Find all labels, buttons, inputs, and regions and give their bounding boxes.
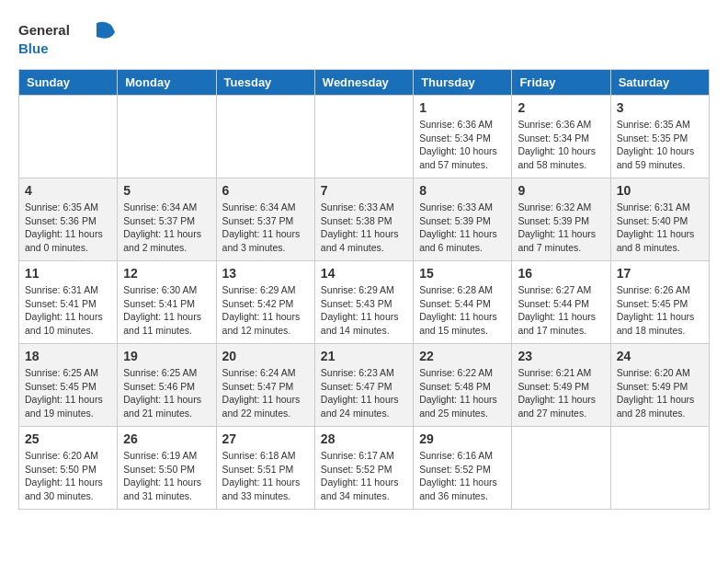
day-number: 15: [419, 266, 506, 281]
week-row-1: 1Sunrise: 6:36 AMSunset: 5:34 PMDaylight…: [19, 96, 710, 178]
weekday-header-monday: Monday: [118, 70, 216, 96]
weekday-header-wednesday: Wednesday: [314, 70, 413, 96]
day-number: 13: [222, 266, 309, 281]
day-info: Sunrise: 6:26 AMSunset: 5:45 PMDaylight:…: [617, 283, 703, 338]
day-info: Sunrise: 6:18 AMSunset: 5:51 PMDaylight:…: [222, 449, 309, 503]
day-info: Sunrise: 6:23 AMSunset: 5:47 PMDaylight:…: [321, 366, 407, 420]
day-number: 24: [617, 349, 703, 363]
logo-svg: General Blue: [18, 18, 119, 60]
day-info: Sunrise: 6:20 AMSunset: 5:49 PMDaylight:…: [617, 366, 703, 420]
calendar-cell: 11Sunrise: 6:31 AMSunset: 5:41 PMDayligh…: [19, 261, 118, 344]
day-number: 28: [321, 431, 407, 446]
day-number: 18: [25, 349, 111, 363]
day-number: 27: [222, 431, 309, 446]
day-number: 7: [321, 183, 407, 198]
day-info: Sunrise: 6:24 AMSunset: 5:47 PMDaylight:…: [222, 366, 309, 420]
day-number: 9: [518, 183, 604, 198]
day-info: Sunrise: 6:34 AMSunset: 5:37 PMDaylight:…: [222, 201, 309, 255]
calendar-cell: 15Sunrise: 6:28 AMSunset: 5:44 PMDayligh…: [414, 261, 512, 344]
calendar-cell: 27Sunrise: 6:18 AMSunset: 5:51 PMDayligh…: [216, 427, 314, 510]
day-info: Sunrise: 6:28 AMSunset: 5:44 PMDaylight:…: [419, 283, 506, 338]
day-number: 22: [419, 349, 506, 363]
weekday-header-tuesday: Tuesday: [216, 70, 314, 96]
day-info: Sunrise: 6:35 AMSunset: 5:35 PMDaylight:…: [617, 118, 703, 172]
day-info: Sunrise: 6:36 AMSunset: 5:34 PMDaylight:…: [419, 118, 506, 172]
calendar: SundayMondayTuesdayWednesdayThursdayFrid…: [18, 69, 710, 510]
calendar-cell: 16Sunrise: 6:27 AMSunset: 5:44 PMDayligh…: [512, 261, 610, 344]
day-info: Sunrise: 6:29 AMSunset: 5:42 PMDaylight:…: [222, 283, 309, 338]
day-number: 25: [25, 431, 111, 446]
calendar-cell: 4Sunrise: 6:35 AMSunset: 5:36 PMDaylight…: [19, 178, 118, 261]
calendar-cell: 6Sunrise: 6:34 AMSunset: 5:37 PMDaylight…: [216, 178, 314, 261]
weekday-header-saturday: Saturday: [610, 70, 709, 96]
calendar-cell: 2Sunrise: 6:36 AMSunset: 5:34 PMDaylight…: [512, 96, 610, 178]
week-row-5: 25Sunrise: 6:20 AMSunset: 5:50 PMDayligh…: [19, 427, 710, 510]
calendar-cell: 14Sunrise: 6:29 AMSunset: 5:43 PMDayligh…: [314, 261, 413, 344]
day-info: Sunrise: 6:32 AMSunset: 5:39 PMDaylight:…: [518, 201, 604, 255]
calendar-cell: 1Sunrise: 6:36 AMSunset: 5:34 PMDaylight…: [414, 96, 512, 178]
week-row-3: 11Sunrise: 6:31 AMSunset: 5:41 PMDayligh…: [19, 261, 710, 344]
week-row-4: 18Sunrise: 6:25 AMSunset: 5:45 PMDayligh…: [19, 344, 710, 427]
day-number: 16: [518, 266, 604, 281]
day-number: 29: [419, 431, 506, 446]
calendar-cell: [19, 96, 118, 178]
logo: General Blue: [18, 18, 119, 60]
day-number: 20: [222, 349, 309, 363]
day-number: 5: [123, 183, 210, 198]
calendar-cell: 25Sunrise: 6:20 AMSunset: 5:50 PMDayligh…: [19, 427, 118, 510]
day-number: 26: [123, 431, 210, 446]
weekday-header-thursday: Thursday: [414, 70, 512, 96]
svg-text:General: General: [18, 22, 70, 38]
calendar-cell: 18Sunrise: 6:25 AMSunset: 5:45 PMDayligh…: [19, 344, 118, 427]
week-row-2: 4Sunrise: 6:35 AMSunset: 5:36 PMDaylight…: [19, 178, 710, 261]
day-info: Sunrise: 6:27 AMSunset: 5:44 PMDaylight:…: [518, 283, 604, 338]
calendar-cell: [610, 427, 709, 510]
header: General Blue: [18, 18, 710, 60]
day-info: Sunrise: 6:25 AMSunset: 5:46 PMDaylight:…: [123, 366, 210, 420]
calendar-cell: 19Sunrise: 6:25 AMSunset: 5:46 PMDayligh…: [118, 344, 216, 427]
calendar-cell: [314, 96, 413, 178]
calendar-cell: [216, 96, 314, 178]
weekday-header-sunday: Sunday: [19, 70, 118, 96]
calendar-cell: 3Sunrise: 6:35 AMSunset: 5:35 PMDaylight…: [610, 96, 709, 178]
calendar-cell: 5Sunrise: 6:34 AMSunset: 5:37 PMDaylight…: [118, 178, 216, 261]
calendar-cell: 24Sunrise: 6:20 AMSunset: 5:49 PMDayligh…: [610, 344, 709, 427]
calendar-cell: 23Sunrise: 6:21 AMSunset: 5:49 PMDayligh…: [512, 344, 610, 427]
day-info: Sunrise: 6:36 AMSunset: 5:34 PMDaylight:…: [518, 118, 604, 172]
day-number: 19: [123, 349, 210, 363]
day-info: Sunrise: 6:33 AMSunset: 5:38 PMDaylight:…: [321, 201, 407, 255]
day-number: 8: [419, 183, 506, 198]
day-number: 14: [321, 266, 407, 281]
day-info: Sunrise: 6:22 AMSunset: 5:48 PMDaylight:…: [419, 366, 506, 420]
day-info: Sunrise: 6:20 AMSunset: 5:50 PMDaylight:…: [25, 449, 111, 503]
calendar-cell: 21Sunrise: 6:23 AMSunset: 5:47 PMDayligh…: [314, 344, 413, 427]
day-number: 2: [518, 100, 604, 115]
day-number: 21: [321, 349, 407, 363]
calendar-cell: 8Sunrise: 6:33 AMSunset: 5:39 PMDaylight…: [414, 178, 512, 261]
day-info: Sunrise: 6:17 AMSunset: 5:52 PMDaylight:…: [321, 449, 407, 503]
weekday-header-row: SundayMondayTuesdayWednesdayThursdayFrid…: [19, 70, 710, 96]
day-number: 17: [617, 266, 703, 281]
day-info: Sunrise: 6:16 AMSunset: 5:52 PMDaylight:…: [419, 449, 506, 503]
calendar-cell: 9Sunrise: 6:32 AMSunset: 5:39 PMDaylight…: [512, 178, 610, 261]
calendar-cell: 10Sunrise: 6:31 AMSunset: 5:40 PMDayligh…: [610, 178, 709, 261]
weekday-header-friday: Friday: [512, 70, 610, 96]
calendar-cell: 13Sunrise: 6:29 AMSunset: 5:42 PMDayligh…: [216, 261, 314, 344]
day-info: Sunrise: 6:35 AMSunset: 5:36 PMDaylight:…: [25, 201, 111, 255]
day-info: Sunrise: 6:21 AMSunset: 5:49 PMDaylight:…: [518, 366, 604, 420]
day-info: Sunrise: 6:25 AMSunset: 5:45 PMDaylight:…: [25, 366, 111, 420]
day-number: 12: [123, 266, 210, 281]
calendar-cell: 17Sunrise: 6:26 AMSunset: 5:45 PMDayligh…: [610, 261, 709, 344]
calendar-cell: 12Sunrise: 6:30 AMSunset: 5:41 PMDayligh…: [118, 261, 216, 344]
calendar-cell: 29Sunrise: 6:16 AMSunset: 5:52 PMDayligh…: [414, 427, 512, 510]
calendar-cell: [512, 427, 610, 510]
day-number: 6: [222, 183, 309, 198]
day-info: Sunrise: 6:31 AMSunset: 5:40 PMDaylight:…: [617, 201, 703, 255]
calendar-cell: 20Sunrise: 6:24 AMSunset: 5:47 PMDayligh…: [216, 344, 314, 427]
calendar-cell: [118, 96, 216, 178]
day-info: Sunrise: 6:31 AMSunset: 5:41 PMDaylight:…: [25, 283, 111, 338]
day-info: Sunrise: 6:19 AMSunset: 5:50 PMDaylight:…: [123, 449, 210, 503]
calendar-cell: 22Sunrise: 6:22 AMSunset: 5:48 PMDayligh…: [414, 344, 512, 427]
calendar-cell: 26Sunrise: 6:19 AMSunset: 5:50 PMDayligh…: [118, 427, 216, 510]
day-number: 1: [419, 100, 506, 115]
